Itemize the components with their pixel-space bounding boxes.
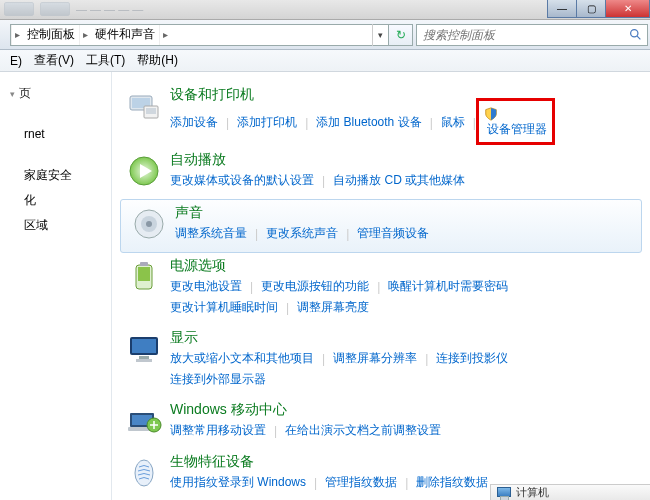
- category-title[interactable]: 设备和打印机: [170, 86, 642, 106]
- task-link[interactable]: 更改电源按钮的功能: [261, 277, 369, 296]
- link-divider: |: [242, 280, 261, 294]
- category-links: 更改电池设置|更改电源按钮的功能|唤醒计算机时需要密码更改计算机睡眠时间|调整屏…: [170, 277, 642, 317]
- task-link[interactable]: 管理指纹数据: [325, 473, 397, 492]
- task-link[interactable]: 添加打印机: [237, 113, 297, 132]
- address-bar: ▸ 控制面板 ▸ 硬件和声音 ▸ ▾ ↻: [0, 20, 650, 50]
- category-title[interactable]: 显示: [170, 329, 642, 349]
- category-title[interactable]: 声音: [175, 204, 641, 224]
- task-link[interactable]: 在给出演示文档之前调整设置: [285, 421, 441, 440]
- menu-tools[interactable]: 工具(T): [80, 52, 131, 69]
- category-links: 添加设备|添加打印机|添加 Bluetooth 设备|鼠标|设备管理器: [170, 106, 642, 139]
- category-title[interactable]: 生物特征设备: [170, 453, 642, 473]
- task-link[interactable]: 添加 Bluetooth 设备: [316, 113, 421, 132]
- category-title[interactable]: Windows 移动中心: [170, 401, 642, 421]
- category-links: 更改媒体或设备的默认设置|自动播放 CD 或其他媒体: [170, 171, 642, 190]
- link-divider: |: [369, 280, 388, 294]
- menu-bar: E) 查看(V) 工具(T) 帮助(H): [0, 50, 650, 72]
- sidebar-item[interactable]: 区域: [0, 213, 111, 238]
- sidebar: ▾ 页 rnet 家庭安全 化 区域: [0, 72, 112, 500]
- breadcrumb-bar[interactable]: ▸ 控制面板 ▸ 硬件和声音 ▸ ▾: [10, 24, 389, 46]
- category-links: 放大或缩小文本和其他项目|调整屏幕分辨率|连接到投影仪连接到外部显示器: [170, 349, 642, 389]
- content-pane[interactable]: 设备和打印机添加设备|添加打印机|添加 Bluetooth 设备|鼠标|设备管理…: [112, 72, 650, 500]
- biometric-icon: [124, 453, 164, 493]
- category-links: 调整常用移动设置|在给出演示文档之前调整设置: [170, 421, 642, 440]
- category-display: 显示放大或缩小文本和其他项目|调整屏幕分辨率|连接到投影仪连接到外部显示器: [120, 325, 642, 397]
- task-link[interactable]: 更改系统声音: [266, 224, 338, 243]
- taskbar-label: 计算机: [516, 485, 549, 500]
- svg-point-0: [630, 30, 637, 37]
- mobility-icon: [124, 401, 164, 441]
- task-link[interactable]: 使用指纹登录到 Windows: [170, 473, 306, 492]
- svg-rect-5: [146, 108, 156, 114]
- category-devices: 设备和打印机添加设备|添加打印机|添加 Bluetooth 设备|鼠标|设备管理…: [120, 82, 642, 147]
- refresh-button[interactable]: ↻: [389, 24, 413, 46]
- close-button[interactable]: ✕: [605, 0, 650, 18]
- minimize-button[interactable]: —: [547, 0, 577, 18]
- link-divider: |: [397, 476, 416, 490]
- sidebar-item[interactable]: 家庭安全: [0, 163, 111, 188]
- link-divider: |: [417, 352, 436, 366]
- task-link[interactable]: 唤醒计算机时需要密码: [388, 277, 508, 296]
- task-link[interactable]: 设备管理器: [484, 106, 547, 139]
- taskbar-fragment: 计算机: [490, 484, 650, 500]
- title-bar: — — — — — — ▢ ✕: [0, 0, 650, 20]
- category-power: 电源选项更改电池设置|更改电源按钮的功能|唤醒计算机时需要密码更改计算机睡眠时间…: [120, 253, 642, 325]
- task-link[interactable]: 更改计算机睡眠时间: [170, 298, 278, 317]
- main-area: ▾ 页 rnet 家庭安全 化 区域 设备和打印机添加设备|添加打印机|添加 B…: [0, 72, 650, 500]
- search-icon[interactable]: [623, 28, 647, 41]
- task-link[interactable]: 连接到外部显示器: [170, 370, 266, 389]
- task-link[interactable]: 调整屏幕分辨率: [333, 349, 417, 368]
- task-link[interactable]: 调整常用移动设置: [170, 421, 266, 440]
- sound-icon: [129, 204, 169, 244]
- category-autoplay: 自动播放更改媒体或设备的默认设置|自动播放 CD 或其他媒体: [120, 147, 642, 199]
- search-box[interactable]: [416, 24, 648, 46]
- search-input[interactable]: [417, 28, 623, 42]
- category-title[interactable]: 自动播放: [170, 151, 642, 171]
- breadcrumb-hardware-sound[interactable]: 硬件和声音: [91, 25, 159, 45]
- maximize-button[interactable]: ▢: [576, 0, 606, 18]
- link-divider: |: [314, 352, 333, 366]
- titlebar-blur: — — — — —: [0, 1, 143, 17]
- task-link[interactable]: 调整屏幕亮度: [297, 298, 369, 317]
- computer-icon: [497, 487, 511, 499]
- task-link[interactable]: 放大或缩小文本和其他项目: [170, 349, 314, 368]
- task-link[interactable]: 删除指纹数据: [416, 473, 488, 492]
- address-dropdown[interactable]: ▾: [372, 24, 388, 46]
- category-links: 调整系统音量|更改系统声音|管理音频设备: [175, 224, 641, 243]
- window-buttons: — ▢ ✕: [548, 0, 650, 18]
- menu-edit[interactable]: E): [4, 54, 28, 68]
- svg-rect-15: [132, 339, 156, 353]
- sidebar-home-label: 页: [19, 85, 31, 102]
- shield-icon: [484, 107, 547, 121]
- autoplay-icon: [124, 151, 164, 191]
- link-divider: |: [278, 301, 297, 315]
- task-link[interactable]: 管理音频设备: [357, 224, 429, 243]
- svg-point-10: [146, 221, 152, 227]
- task-link[interactable]: 鼠标: [441, 113, 465, 132]
- power-icon: [124, 257, 164, 297]
- task-link[interactable]: 调整系统音量: [175, 224, 247, 243]
- refresh-icon: ↻: [396, 28, 406, 42]
- display-icon: [124, 329, 164, 369]
- sidebar-home[interactable]: ▾ 页: [0, 82, 111, 105]
- chevron-right-icon[interactable]: ▸: [159, 25, 171, 45]
- breadcrumb-control-panel[interactable]: 控制面板: [23, 25, 79, 45]
- task-link[interactable]: 自动播放 CD 或其他媒体: [333, 171, 465, 190]
- chevron-right-icon[interactable]: ▸: [79, 25, 91, 45]
- svg-line-1: [637, 36, 640, 39]
- menu-help[interactable]: 帮助(H): [131, 52, 184, 69]
- category-title[interactable]: 电源选项: [170, 257, 642, 277]
- chevron-right-icon[interactable]: ▸: [11, 25, 23, 45]
- chevron-down-icon: ▾: [10, 89, 15, 99]
- sidebar-item[interactable]: rnet: [0, 123, 111, 145]
- task-link[interactable]: 更改媒体或设备的默认设置: [170, 171, 314, 190]
- link-divider: |: [266, 424, 285, 438]
- sidebar-item[interactable]: 化: [0, 188, 111, 213]
- link-divider: |: [218, 116, 237, 130]
- link-divider: |: [338, 227, 357, 241]
- link-divider: |: [314, 174, 333, 188]
- task-link[interactable]: 连接到投影仪: [436, 349, 508, 368]
- task-link[interactable]: 添加设备: [170, 113, 218, 132]
- task-link[interactable]: 更改电池设置: [170, 277, 242, 296]
- menu-view[interactable]: 查看(V): [28, 52, 80, 69]
